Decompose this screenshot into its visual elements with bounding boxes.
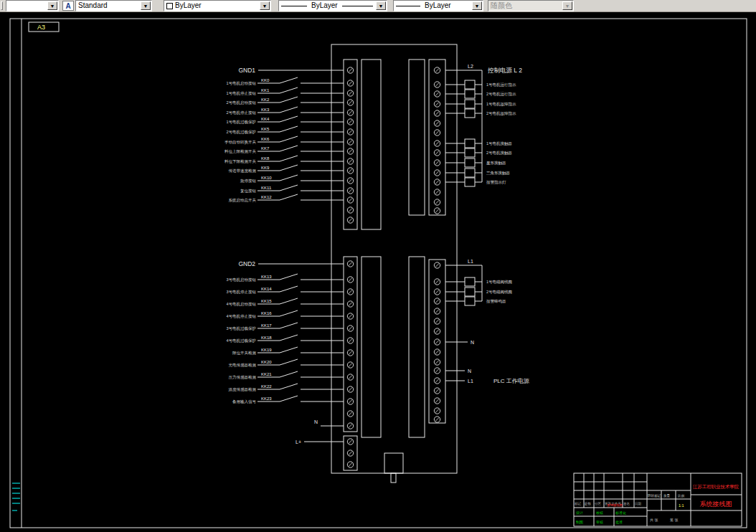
io-module[interactable] — [409, 257, 425, 437]
screw-slot[interactable] — [349, 168, 352, 172]
screw-slot[interactable] — [349, 68, 352, 72]
screw-slot[interactable] — [349, 130, 352, 133]
screw-slot[interactable] — [349, 326, 352, 330]
screw-slot[interactable] — [435, 360, 439, 364]
output-label[interactable]: 1号电机故障指示 — [486, 102, 516, 107]
switch-blade[interactable] — [280, 359, 298, 365]
scale-label[interactable]: 比例 — [678, 494, 685, 498]
dim-style-combo[interactable]: ▼ — [6, 0, 59, 11]
screw-slot[interactable] — [435, 417, 439, 421]
switch-name[interactable]: KK6 — [261, 137, 270, 141]
input-label[interactable]: 系统启动总开关 — [229, 198, 257, 203]
input-label[interactable]: 2号电机停止按钮 — [226, 110, 256, 115]
input-label[interactable]: 压力传感器检测 — [229, 375, 257, 380]
red-note[interactable]: 系统接线图 — [607, 503, 623, 508]
lineweight-combo[interactable]: ByLayer ▼ — [393, 0, 483, 11]
screw-slot[interactable] — [349, 159, 352, 163]
n-label[interactable]: N — [314, 419, 318, 424]
text-style-combo[interactable]: Standard ▼ — [75, 0, 152, 11]
switch-blade[interactable] — [280, 310, 298, 316]
switch-name[interactable]: KK17 — [261, 323, 272, 328]
chevron-down-icon[interactable]: ▼ — [376, 1, 386, 10]
relay-coil[interactable] — [465, 100, 475, 108]
screw-slot[interactable] — [435, 102, 439, 105]
switch-blade[interactable] — [280, 185, 298, 191]
linetype-combo[interactable]: ByLayer ▼ — [278, 0, 387, 11]
screw-slot[interactable] — [435, 379, 439, 382]
screw-slot[interactable] — [349, 424, 352, 427]
control-power-title[interactable]: 控制电源 L 2 — [488, 67, 522, 74]
l1-label[interactable]: L1 — [468, 379, 473, 384]
screw-slot[interactable] — [435, 409, 439, 412]
io-module[interactable] — [409, 60, 425, 215]
screw-slot[interactable] — [435, 121, 439, 125]
sheet-no[interactable]: 第 张 — [670, 518, 678, 523]
screw-slot[interactable] — [435, 209, 439, 212]
screw-slot[interactable] — [435, 161, 439, 164]
switch-blade[interactable] — [280, 323, 298, 328]
switch-name[interactable]: KK20 — [261, 360, 272, 364]
screw-slot[interactable] — [349, 375, 352, 379]
chevron-down-icon[interactable]: ▼ — [47, 1, 57, 10]
sheet-border[interactable] — [10, 19, 747, 528]
screw-slot[interactable] — [435, 82, 439, 86]
screw-slot[interactable] — [349, 218, 352, 222]
output-label[interactable]: 报警指示灯 — [486, 180, 506, 185]
n-label[interactable]: N — [471, 340, 474, 345]
connector[interactable] — [384, 453, 403, 473]
switch-name[interactable]: KK19 — [261, 348, 272, 352]
screw-slot[interactable] — [435, 319, 439, 323]
role-label[interactable]: 制图 — [576, 520, 583, 525]
screw-slot[interactable] — [349, 451, 352, 455]
screw-slot[interactable] — [349, 110, 352, 114]
screw-slot[interactable] — [435, 171, 439, 174]
screw-slot[interactable] — [435, 263, 439, 267]
role-label[interactable]: 批准 — [615, 520, 623, 525]
relay-coil[interactable] — [465, 297, 475, 305]
output-label[interactable]: 星形接触器 — [486, 161, 506, 166]
screw-slot[interactable] — [349, 277, 352, 281]
relay-coil[interactable] — [465, 90, 475, 98]
role-label[interactable]: 标准化 — [615, 510, 626, 516]
switch-blade[interactable] — [280, 116, 298, 122]
switch-blade[interactable] — [280, 194, 298, 200]
screw-slot[interactable] — [435, 340, 439, 343]
chevron-down-icon[interactable]: ▼ — [472, 1, 482, 10]
screw-slot[interactable] — [435, 329, 439, 333]
plc-power-title[interactable]: PLC 工作电源 — [493, 378, 530, 384]
role-label[interactable]: 审核 — [596, 520, 603, 524]
switch-blade[interactable] — [280, 384, 298, 389]
input-label[interactable]: 复位按钮 — [240, 189, 257, 194]
rev-header[interactable]: 签名 — [623, 502, 630, 505]
output-label[interactable]: 1号电机运行指示 — [486, 82, 516, 87]
screw-slot[interactable] — [349, 100, 352, 104]
switch-name[interactable]: KK21 — [261, 372, 272, 376]
switch-blade[interactable] — [280, 77, 298, 83]
screw-slot[interactable] — [435, 180, 439, 184]
screw-slot[interactable] — [435, 68, 439, 72]
drawing-title[interactable]: 系统接线图 — [700, 500, 732, 508]
terminal-strip[interactable] — [344, 60, 357, 229]
screw-slot[interactable] — [435, 280, 439, 283]
switch-name[interactable]: KK9 — [261, 166, 270, 170]
relay-coil[interactable] — [465, 148, 475, 157]
switch-blade[interactable] — [280, 136, 298, 142]
input-label[interactable]: 手动自动转换开关 — [225, 140, 257, 145]
switch-name[interactable]: KK8 — [261, 156, 270, 161]
role-label[interactable]: 设计 — [575, 510, 583, 515]
switch-blade[interactable] — [280, 298, 298, 304]
switch-name[interactable]: KK14 — [261, 287, 272, 291]
output-label[interactable]: 1号电磁阀线圈 — [486, 280, 512, 285]
switch-blade[interactable] — [280, 146, 298, 151]
input-label[interactable]: 料位下限检测开关 — [225, 159, 257, 164]
screw-slot[interactable] — [435, 141, 439, 145]
screw-slot[interactable] — [349, 363, 352, 366]
input-label[interactable]: 1号电机停止按钮 — [226, 91, 256, 96]
screw-slot[interactable] — [349, 198, 352, 201]
switch-name[interactable]: KK12 — [261, 195, 272, 199]
rev-header[interactable]: 分区 — [594, 502, 602, 505]
toolbar-grip[interactable] — [1, 1, 3, 10]
switch-name[interactable]: KK16 — [261, 311, 272, 315]
output-label[interactable]: 2号电机接触器 — [486, 151, 513, 156]
screw-slot[interactable] — [435, 350, 439, 353]
